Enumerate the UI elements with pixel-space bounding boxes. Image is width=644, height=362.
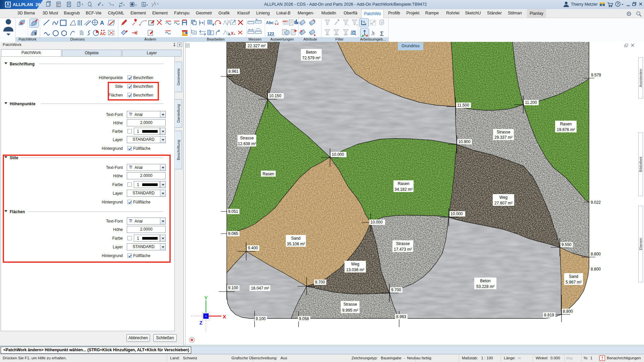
svg-text:5.967 m²: 5.967 m²: [566, 280, 581, 285]
svg-text:19.676 m²: 19.676 m²: [557, 127, 575, 132]
svg-text:10.000: 10.000: [450, 212, 463, 216]
svg-text:Abc: Abc: [266, 20, 274, 25]
svg-text:9.022: 9.022: [591, 200, 601, 205]
svg-text:12.638 m²: 12.638 m²: [238, 141, 256, 146]
svg-text:Rasen: Rasen: [398, 181, 410, 186]
svg-text:10.000: 10.000: [332, 152, 344, 157]
svg-text:Weg: Weg: [351, 262, 359, 266]
svg-text:9.995 m²: 9.995 m²: [342, 308, 358, 313]
svg-text:Thierry Metzler: Thierry Metzler: [571, 2, 598, 7]
svg-text:AC: AC: [100, 32, 106, 36]
svg-text:Beton: Beton: [480, 279, 490, 283]
svg-text:Rasen: Rasen: [560, 122, 572, 126]
svg-text:10.000: 10.000: [370, 220, 383, 225]
svg-text:?: ?: [617, 2, 619, 6]
svg-text:X₁: X₁: [231, 31, 235, 36]
svg-text:Σ: Σ: [380, 31, 384, 37]
svg-text:35.106 m²: 35.106 m²: [287, 242, 305, 246]
svg-text:Rasen: Rasen: [263, 172, 274, 176]
svg-text:9.058: 9.058: [299, 316, 309, 321]
svg-text:Strasse: Strasse: [240, 136, 254, 140]
svg-text:16.047 m²: 16.047 m²: [251, 286, 269, 291]
svg-text:9.579: 9.579: [591, 73, 601, 77]
svg-text:11.200: 11.200: [525, 100, 537, 105]
svg-text:8.963: 8.963: [396, 314, 406, 319]
svg-text:A: A: [100, 20, 104, 26]
svg-text:2: 2: [144, 4, 145, 7]
svg-text:Sand: Sand: [569, 274, 578, 279]
svg-text:10.150: 10.150: [269, 94, 281, 98]
svg-text:8.800: 8.800: [591, 252, 601, 256]
svg-text:8.800: 8.800: [591, 267, 601, 272]
svg-text:72.579 m²: 72.579 m²: [302, 56, 320, 60]
svg-text:13.036 m²: 13.036 m²: [346, 267, 364, 272]
svg-text:Sand: Sand: [291, 236, 301, 241]
svg-text:53.228 m²: 53.228 m²: [476, 284, 494, 289]
svg-text:27.607 m²: 27.607 m²: [494, 201, 513, 205]
svg-text:10.900: 10.900: [458, 139, 471, 144]
svg-text:8.961: 8.961: [228, 69, 238, 74]
svg-text:34.182 m²: 34.182 m²: [394, 187, 413, 192]
svg-text:9.100: 9.100: [256, 316, 266, 321]
svg-text:X: X: [223, 314, 226, 319]
svg-text:Y: Y: [204, 295, 208, 301]
svg-text:8.819: 8.819: [544, 313, 554, 317]
svg-text:9.051: 9.051: [228, 209, 238, 214]
svg-text:9.100: 9.100: [228, 286, 238, 290]
svg-text:9.065: 9.065: [228, 231, 238, 236]
svg-text:9.700: 9.700: [315, 280, 325, 285]
svg-text:ABC: ABC: [282, 20, 288, 23]
svg-text:8.800: 8.800: [563, 309, 573, 314]
svg-text:A: A: [228, 33, 230, 36]
svg-text:123: 123: [267, 32, 274, 36]
svg-text:9.550: 9.550: [561, 242, 572, 247]
svg-text:9.400: 9.400: [248, 246, 258, 250]
svg-text:Strasse: Strasse: [343, 302, 357, 307]
svg-text:11.500: 11.500: [457, 103, 469, 108]
svg-text:Strasse: Strasse: [497, 130, 511, 134]
svg-text:22.327 m²: 22.327 m²: [248, 44, 266, 48]
svg-text:Z: Z: [199, 320, 202, 325]
svg-text:17.473 m²: 17.473 m²: [394, 247, 412, 252]
svg-text:§: §: [35, 32, 37, 36]
svg-text:Weg: Weg: [499, 195, 507, 200]
svg-text:Beton: Beton: [306, 50, 316, 55]
svg-text:29.337 m²: 29.337 m²: [494, 135, 513, 140]
svg-text:9.700: 9.700: [391, 288, 401, 292]
svg-text:Strasse: Strasse: [396, 241, 410, 246]
